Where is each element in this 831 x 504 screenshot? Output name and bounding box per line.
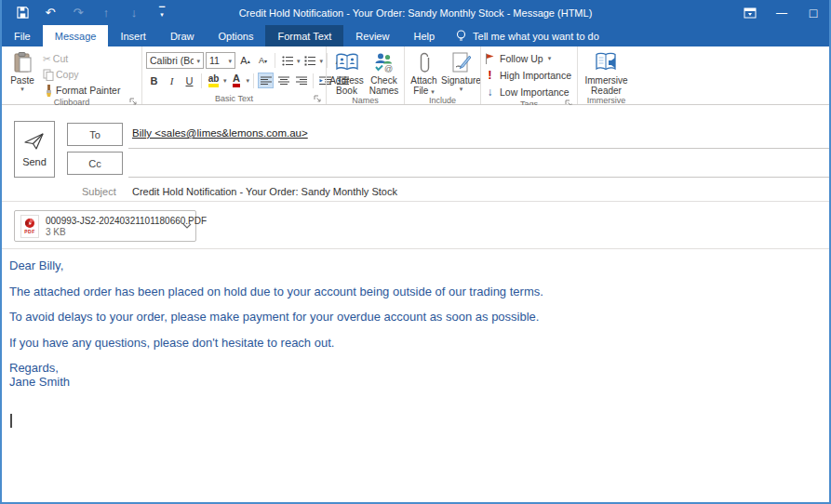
paste-icon (14, 51, 32, 73)
font-color-dropdown-icon[interactable]: ▾ (247, 77, 250, 84)
redo-icon: ↷ (71, 6, 86, 20)
numbering-dropdown-icon[interactable]: ▾ (320, 58, 324, 64)
signature-label: Signature (441, 75, 481, 86)
to-button[interactable]: To (67, 123, 123, 146)
high-importance-button[interactable]: ! High Importance (485, 67, 571, 83)
tab-insert[interactable]: Insert (108, 25, 158, 46)
font-size-value: 11 (209, 55, 225, 66)
align-right-button[interactable] (293, 73, 309, 88)
cut-button: ✂ Cut (43, 51, 120, 66)
to-recipient-value[interactable]: Billy <sales@limes&lemons.com.au> (132, 127, 308, 139)
body-paragraph: The attached order has been placed on ho… (9, 285, 820, 298)
paste-label: Paste (10, 75, 34, 86)
paste-button[interactable]: Paste ▾ (6, 48, 39, 92)
basic-text-dialog-launcher-icon[interactable] (314, 95, 321, 102)
ribbon-group-basic-text: Calibri (Bod ▾ 11 ▾ A▴ A▾ ▾ (141, 46, 326, 104)
shrink-font-button[interactable]: A▾ (255, 53, 271, 69)
attach-file-dropdown-icon: ▾ (431, 88, 435, 95)
message-body-editor[interactable]: Dear Billy, The attached order has been … (2, 249, 829, 459)
low-importance-label: Low Importance (500, 86, 570, 98)
paste-dropdown-icon[interactable]: ▾ (20, 86, 24, 92)
align-left-button[interactable] (258, 73, 274, 88)
italic-button[interactable]: I (164, 73, 180, 88)
scissors-icon: ✂ (43, 53, 51, 64)
customize-qat-icon[interactable]: ▔▾ (154, 6, 169, 20)
pdf-type-label: PDF (24, 229, 35, 234)
highlight-icon: ab (208, 74, 220, 87)
send-label: Send (22, 156, 47, 167)
immersive-reader-label-1: Immersive (584, 75, 627, 86)
highlight-dropdown-icon[interactable]: ▾ (223, 77, 227, 84)
send-button[interactable]: Send (14, 121, 55, 178)
low-importance-icon: ↓ (485, 86, 495, 99)
bullets-dropdown-icon[interactable]: ▾ (297, 58, 301, 64)
svg-text:@: @ (384, 64, 393, 73)
numbering-button[interactable] (302, 53, 318, 69)
outlook-message-window: ↶ ↷ ↑ ↓ ▔▾ Credit Hold Notification - Yo… (0, 0, 831, 504)
tab-message[interactable]: Message (43, 25, 109, 46)
attachment-size: 3 KB (46, 227, 176, 237)
check-names-label-1: Check (370, 75, 396, 86)
cc-field[interactable] (128, 177, 829, 178)
grow-font-button[interactable]: A▴ (237, 53, 253, 69)
address-book-button[interactable]: Address Book (330, 48, 364, 96)
body-paragraph: If you have any questions, please don't … (9, 336, 820, 350)
immersive-reader-button[interactable]: Immersive Reader (584, 48, 627, 96)
subject-field[interactable]: Credit Hold Notification - Your Order: S… (132, 186, 397, 197)
font-color-button[interactable]: A (229, 73, 245, 88)
underline-button[interactable]: U (181, 73, 197, 88)
format-painter-button[interactable]: Format Painter (43, 83, 120, 98)
names-group-label: Names (352, 96, 379, 105)
ribbon-display-options-icon[interactable] (734, 0, 766, 25)
italic-icon: I (170, 75, 174, 86)
copy-icon (43, 69, 54, 81)
body-paragraph: To avoid delays to your order, please ma… (9, 310, 820, 324)
bold-icon: B (151, 75, 158, 86)
signature-icon (452, 51, 471, 73)
attachment-card[interactable]: PDF 000993-JS2-20240321101180660.PDF 3 K… (14, 210, 196, 242)
format-painter-icon (43, 85, 54, 97)
address-book-icon (336, 51, 358, 73)
tab-format-text[interactable]: Format Text (265, 25, 343, 46)
copy-button: Copy (43, 67, 120, 82)
font-name-select[interactable]: Calibri (Bod ▾ (146, 52, 204, 69)
attachment-options-chevron-icon[interactable] (182, 223, 192, 229)
cc-button[interactable]: Cc (67, 152, 123, 175)
bold-button[interactable]: B (146, 73, 162, 88)
highlight-button[interactable]: ab (206, 73, 221, 88)
flag-icon (485, 53, 495, 64)
ribbon-message: Paste ▾ ✂ Cut Copy (2, 46, 829, 105)
align-center-button[interactable] (275, 73, 291, 88)
tell-me-box[interactable]: Tell me what you want to do (447, 25, 609, 46)
font-size-dropdown-icon: ▾ (228, 58, 232, 64)
basic-text-group-label: Basic Text (215, 94, 253, 103)
font-size-select[interactable]: 11 ▾ (206, 52, 235, 69)
format-painter-label: Format Painter (56, 85, 120, 96)
low-importance-button[interactable]: ↓ Low Importance (485, 84, 571, 99)
check-names-button[interactable]: @ Check Names (368, 48, 401, 96)
undo-icon[interactable]: ↶ (43, 6, 58, 20)
bullets-button[interactable] (279, 53, 295, 69)
underline-icon: U (186, 75, 194, 86)
tab-review[interactable]: Review (343, 25, 401, 46)
follow-up-button[interactable]: Follow Up ▾ (485, 50, 571, 66)
save-icon[interactable] (15, 6, 30, 20)
address-book-label-2: Book (336, 86, 357, 96)
maximize-button[interactable]: □ (797, 0, 829, 25)
tab-file[interactable]: File (2, 25, 43, 46)
tab-options[interactable]: Options (207, 25, 266, 46)
tab-help[interactable]: Help (401, 25, 447, 46)
clipboard-dialog-launcher-icon[interactable] (129, 98, 137, 105)
attach-file-button[interactable]: Attach File ▾ (408, 48, 441, 96)
follow-up-dropdown-icon: ▾ (548, 55, 552, 61)
attach-file-label-2: File (413, 86, 428, 96)
tab-draw[interactable]: Draw (158, 25, 207, 46)
cut-label: Cut (53, 53, 68, 64)
to-field[interactable] (128, 148, 829, 149)
minimize-button[interactable]: — (766, 0, 797, 25)
include-group-label: Include (429, 96, 456, 105)
font-name-value: Calibri (Bod (150, 55, 194, 66)
attachment-area: PDF 000993-JS2-20240321101180660.PDF 3 K… (2, 202, 829, 248)
signature-button[interactable]: Signature ▾ (445, 48, 478, 92)
title-bar: ↶ ↷ ↑ ↓ ▔▾ Credit Hold Notification - Yo… (2, 0, 829, 25)
